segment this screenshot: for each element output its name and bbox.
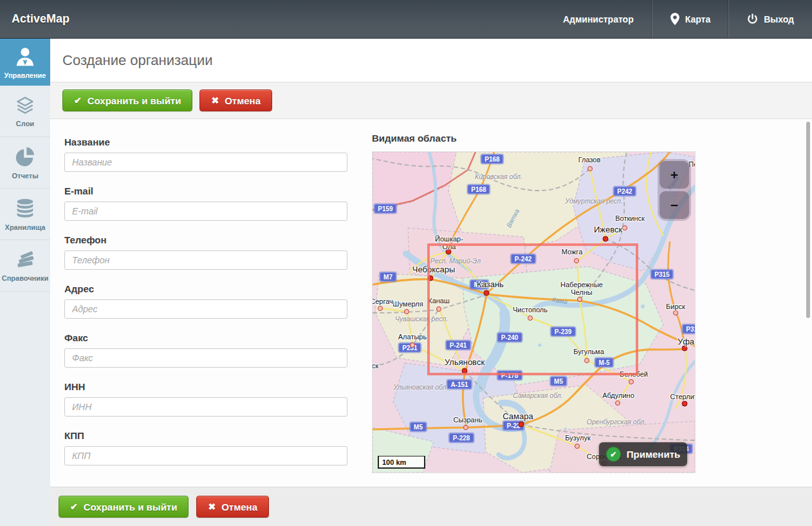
apply-button[interactable]: ✔ Применить xyxy=(599,442,687,466)
form-field: Телефон xyxy=(64,234,347,270)
sidebar-item-label: Хранилища xyxy=(5,223,46,231)
sidebar-item-label: Отчеты xyxy=(12,172,38,180)
map-canvas[interactable]: P168P168P242P159М7М-7Р-242P315Р-239Р-240… xyxy=(372,151,696,473)
city-label: Алатырь xyxy=(398,333,427,341)
page-title: Создание организации xyxy=(62,52,213,69)
road-badge: М5 xyxy=(550,377,567,386)
save-label: Сохранить и выйти xyxy=(88,95,181,106)
city-dot xyxy=(404,309,409,314)
main-area: Создание организации ✔ Сохранить и выйти… xyxy=(50,39,812,526)
sidebar-item-label: Управление xyxy=(4,71,46,79)
cancel-button-top[interactable]: ✖ Отмена xyxy=(199,89,272,111)
form-field: ИНН xyxy=(64,381,347,417)
cancel-label: Отмена xyxy=(225,95,261,106)
city-dot xyxy=(410,343,415,348)
sidebar-item-storage[interactable]: Хранилища xyxy=(0,189,50,240)
text-input[interactable] xyxy=(64,397,347,417)
logout-button[interactable]: Выход xyxy=(729,0,812,38)
scrollbar-thumb[interactable] xyxy=(806,122,810,318)
save-label: Сохранить и выйти xyxy=(84,502,178,512)
city-dot xyxy=(622,225,627,230)
city-label: Уфа xyxy=(678,337,694,346)
road-badge: P315 xyxy=(651,270,673,279)
city-dot xyxy=(629,379,634,384)
cross-icon: ✖ xyxy=(208,502,216,511)
city-dot xyxy=(682,401,688,407)
road-badge: А-151 xyxy=(447,380,472,390)
sidebar-item-label: Справочники xyxy=(2,274,49,282)
region-label: Кировская обл. xyxy=(475,173,522,180)
sidebar: Управление Слои Отчеты Хранилища Справоч… xyxy=(0,39,50,526)
top-header: ActiveMap Администратор Карта Выход xyxy=(0,0,812,39)
city-label: Воткинск xyxy=(615,215,645,223)
content-area: Название E-mail Телефон Адрес Факс ИНН К… xyxy=(50,119,812,487)
road-badge: P242 xyxy=(613,187,636,196)
road-badge: М7 xyxy=(380,272,396,282)
check-circle-icon: ✔ xyxy=(606,447,621,462)
visible-area-selection[interactable] xyxy=(427,243,638,375)
form-field: E-mail xyxy=(64,185,347,221)
region-label: Удмуртская респ. xyxy=(565,197,622,205)
city-label: Ижевск xyxy=(594,225,622,234)
sidebar-item-directories[interactable]: Справочники xyxy=(0,240,50,292)
city-dot xyxy=(378,306,383,311)
save-button-bottom[interactable]: ✔ Сохранить и выйти xyxy=(59,496,189,518)
organization-form: Название E-mail Телефон Адрес Факс ИНН К… xyxy=(64,136,347,479)
city-dot xyxy=(519,422,524,427)
cross-icon: ✖ xyxy=(211,96,219,105)
city-label: Бирск xyxy=(666,303,685,311)
check-icon: ✔ xyxy=(70,502,78,511)
sidebar-item-layers[interactable]: Слои xyxy=(0,86,50,137)
user-menu[interactable]: Администратор xyxy=(545,0,652,38)
scale-label: 100 km xyxy=(382,458,406,466)
form-field: Название xyxy=(64,136,347,172)
visible-area-section: Видимая область xyxy=(372,133,694,473)
zoom-out-button[interactable]: − xyxy=(660,191,689,219)
books-icon xyxy=(14,250,37,270)
city-dot xyxy=(615,400,620,406)
save-button-top[interactable]: ✔ Сохранить и выйти xyxy=(62,89,192,111)
text-input[interactable] xyxy=(64,299,347,319)
city-label: Шумерля xyxy=(392,301,423,308)
text-input[interactable] xyxy=(64,202,347,221)
region-label: Самарская обл. xyxy=(513,391,562,399)
title-bar: Создание организации xyxy=(50,39,812,82)
sidebar-item-label: Слои xyxy=(16,120,34,127)
form-field: Факс xyxy=(64,332,347,368)
road-badge: М5 xyxy=(410,422,427,432)
text-input[interactable] xyxy=(64,348,347,368)
city-label: Самара xyxy=(503,412,533,421)
map-pin-icon xyxy=(670,13,679,25)
city-label: Бузулук xyxy=(565,435,590,442)
power-icon xyxy=(747,14,758,24)
road-badge: Р-228 xyxy=(449,433,474,443)
field-label: ИНН xyxy=(64,381,347,392)
city-dot xyxy=(673,310,678,315)
app-logo: ActiveMap xyxy=(12,12,69,26)
text-input[interactable] xyxy=(64,153,347,172)
road-badge: Р315 xyxy=(682,324,696,334)
pie-chart-icon xyxy=(14,146,36,168)
city-dot xyxy=(603,236,609,242)
field-label: Факс xyxy=(64,332,347,343)
road-badge: P168 xyxy=(467,185,490,194)
form-field: КПП xyxy=(64,430,347,465)
bottom-toolbar: ✔ Сохранить и выйти ✖ Отмена xyxy=(50,487,812,526)
map-link[interactable]: Карта xyxy=(652,0,729,38)
city-label: Абдулино xyxy=(602,392,634,400)
cancel-button-bottom[interactable]: ✖ Отмена xyxy=(196,496,269,518)
region-label: Ульяновская обл. xyxy=(393,383,448,391)
city-label: Саранск xyxy=(372,362,378,370)
map-scale-bar: 100 km xyxy=(378,456,425,469)
field-label: КПП xyxy=(64,430,347,441)
city-dot xyxy=(587,166,593,171)
zoom-in-button[interactable]: + xyxy=(660,161,689,189)
content-scrollbar xyxy=(806,120,810,486)
sidebar-item-reports[interactable]: Отчеты xyxy=(0,137,50,189)
text-input[interactable] xyxy=(64,446,347,465)
text-input[interactable] xyxy=(64,250,347,270)
city-dot xyxy=(575,444,580,449)
map-zoom-controls: + − xyxy=(658,159,691,221)
sidebar-item-management[interactable]: Управление xyxy=(0,39,50,86)
logout-label: Выход xyxy=(764,14,794,24)
